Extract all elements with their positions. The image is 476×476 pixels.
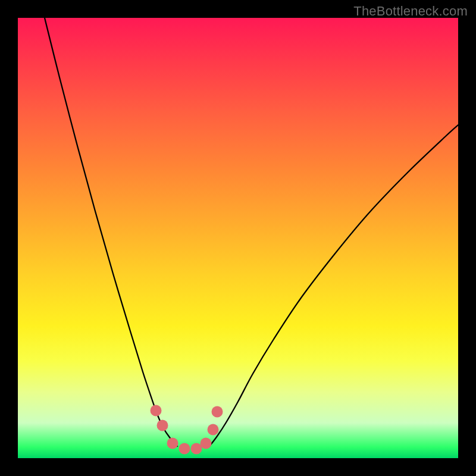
plot-area: [18, 18, 458, 458]
left-branch-curve: [45, 18, 177, 446]
watermark-text: TheBottleneck.com: [353, 4, 468, 19]
right-branch-curve: [209, 125, 458, 446]
dip-marker: [201, 438, 212, 449]
dip-marker: [212, 406, 223, 418]
dip-marker: [157, 420, 168, 431]
dip-marker: [208, 424, 219, 436]
dip-marker: [167, 438, 178, 449]
chart-frame: TheBottleneck.com: [0, 0, 476, 476]
curve-svg: [18, 18, 458, 458]
dip-marker: [179, 443, 190, 455]
dip-marker: [191, 443, 202, 455]
dip-marker: [151, 405, 162, 416]
